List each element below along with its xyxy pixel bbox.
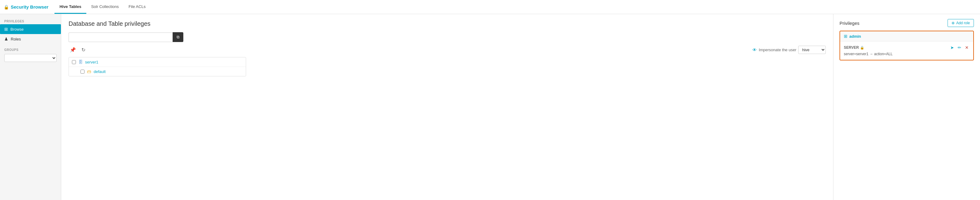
default-label[interactable]: default [94, 69, 106, 74]
toolbar-row: 📌 ↻ 👁 Impersonate the user hive admin hd… [68, 46, 826, 54]
add-icon: ⊕ [951, 21, 955, 25]
tree-row-default: 🗃 default [69, 67, 246, 76]
right-panel: Privileges ⊕ Add role ⊞ admin SERVER 🔒 ➤ [833, 14, 980, 200]
brand-label: Security Browser [11, 4, 48, 10]
privilege-type: SERVER 🔒 [844, 45, 864, 50]
page-title: Database and Table privileges [68, 20, 826, 27]
content-area: Database and Table privileges ⧉ 📌 ↻ 👁 Im… [61, 14, 833, 200]
add-role-label: Add role [956, 21, 970, 25]
privilege-edit-button[interactable]: ✏ [957, 45, 962, 51]
privilege-card-body: SERVER 🔒 ➤ ✏ ✕ server=server1 → action=A… [840, 42, 973, 60]
impersonate-label-text: Impersonate the user [759, 48, 796, 52]
tab-file-acls[interactable]: File ACLs [124, 0, 151, 14]
pin-button[interactable]: 📌 [68, 46, 77, 53]
search-input[interactable] [68, 32, 173, 42]
impersonate-section: 👁 Impersonate the user hive admin hdfs [752, 46, 826, 54]
groups-select-wrap [0, 53, 61, 63]
privilege-type-row: SERVER 🔒 ➤ ✏ ✕ [844, 45, 970, 51]
nav-tabs: Hive Tables Solr Collections File ACLs [54, 0, 150, 14]
privilege-delete-button[interactable]: ✕ [964, 45, 970, 51]
tab-hive-tables[interactable]: Hive Tables [54, 0, 86, 14]
external-link-icon: ⧉ [177, 35, 179, 40]
server1-label[interactable]: server1 [85, 60, 98, 64]
brand-logo: 🔒 Security Browser [4, 4, 48, 10]
search-button[interactable]: ⧉ [173, 32, 183, 42]
sidebar-item-roles-label: Roles [11, 37, 21, 42]
lock-icon: 🔒 [4, 5, 9, 10]
server1-checkbox[interactable] [72, 60, 76, 64]
role-name: admin [849, 34, 861, 38]
right-panel-header: Privileges ⊕ Add role [840, 19, 974, 27]
right-panel-title: Privileges [840, 21, 859, 26]
database-icon: 🗃 [87, 69, 91, 74]
sidebar-item-roles[interactable]: ♟ Roles [0, 34, 61, 44]
tab-solr-collections[interactable]: Solr Collections [86, 0, 124, 14]
privilege-lock-icon: 🔒 [860, 46, 864, 50]
privilege-detail: server=server1 → action=ALL [844, 52, 970, 56]
impersonate-select[interactable]: hive admin hdfs [798, 46, 826, 54]
refresh-button[interactable]: ↻ [80, 46, 87, 53]
refresh-icon: ↻ [81, 47, 85, 53]
role-icon: ⊞ [844, 34, 848, 38]
tree-list: 🗄 server1 🗃 default [68, 57, 246, 76]
eye-icon: 👁 [752, 47, 757, 53]
default-checkbox[interactable] [81, 70, 84, 74]
privilege-card-header: ⊞ admin [840, 31, 973, 42]
groups-section-label: GROUPS [0, 44, 61, 53]
search-row: ⧉ [68, 32, 826, 42]
browse-icon: ⊞ [4, 27, 8, 32]
add-role-button[interactable]: ⊕ Add role [948, 19, 974, 27]
roles-icon: ♟ [4, 37, 8, 42]
main-layout: PRIVILEGES ⊞ Browse ♟ Roles GROUPS Datab… [0, 14, 980, 200]
top-navigation: 🔒 Security Browser Hive Tables Solr Coll… [0, 0, 980, 14]
sidebar-item-browse-label: Browse [10, 27, 24, 32]
tree-row-server1: 🗄 server1 [69, 58, 246, 67]
sidebar: PRIVILEGES ⊞ Browse ♟ Roles GROUPS [0, 14, 61, 200]
pin-icon: 📌 [70, 47, 76, 53]
privilege-card-admin: ⊞ admin SERVER 🔒 ➤ ✏ ✕ server=server1 → … [840, 31, 974, 61]
server-icon: 🗄 [78, 59, 83, 64]
groups-select[interactable] [4, 54, 57, 62]
privilege-actions: ➤ ✏ ✕ [950, 45, 970, 51]
privileges-section-label: PRIVILEGES [0, 16, 61, 24]
privilege-type-label: SERVER [844, 45, 859, 50]
privilege-send-button[interactable]: ➤ [950, 45, 955, 51]
sidebar-item-browse[interactable]: ⊞ Browse [0, 24, 61, 34]
